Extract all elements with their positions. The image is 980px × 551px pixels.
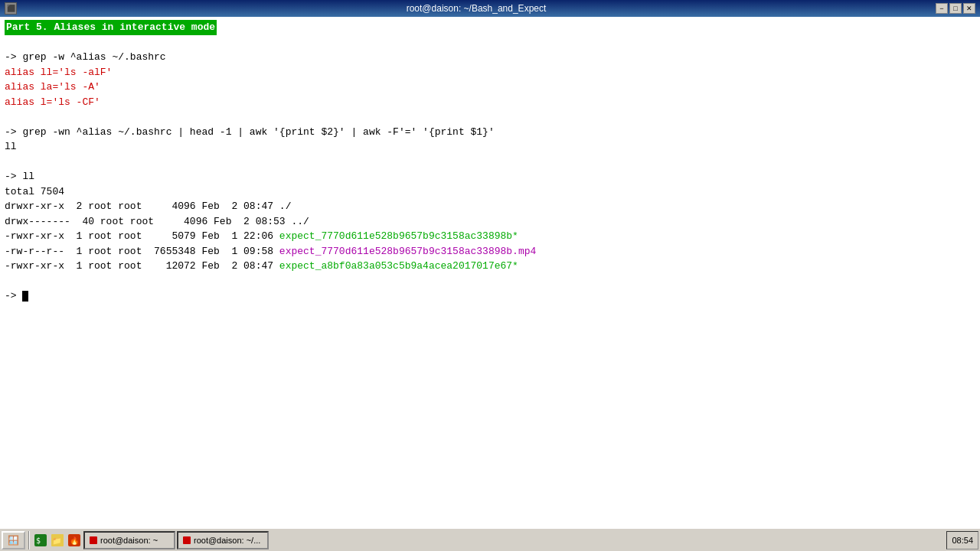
cmd-3: -> ll	[5, 171, 34, 182]
clock-time: 08:54	[952, 536, 973, 545]
taskbar-icon-3[interactable]: 🔥	[67, 533, 82, 548]
maximize-button[interactable]: □	[949, 3, 962, 14]
minimize-button[interactable]: −	[936, 3, 948, 14]
output-ll: ll	[5, 141, 17, 152]
start-icon: 🪟	[8, 535, 19, 546]
filename-3: expect_a8bf0a83a053c5b9a4acea2017017e67*	[279, 260, 518, 272]
taskbar-app-icon: $	[34, 534, 47, 546]
title-bar-controls: − □ ✕	[936, 3, 975, 14]
close-button[interactable]: ✕	[963, 3, 975, 14]
taskbar-separator	[28, 531, 30, 549]
title-bar: ⬛ root@daison: ~/Bash_and_Expect − □ ✕	[0, 0, 980, 17]
cursor	[22, 291, 28, 302]
cmd-2: -> grep -wn ^alias ~/.bashrc | head -1 |…	[5, 126, 495, 138]
taskbar-icon-1[interactable]: $	[33, 533, 48, 548]
svg-text:🔥: 🔥	[70, 536, 80, 546]
terminal-content: Part 5. Aliases in interactive mode -> g…	[5, 20, 975, 304]
filename-1: expect_7770d611e528b9657b9c3158ac33898b*	[279, 230, 518, 242]
terminal-area: Part 5. Aliases in interactive mode -> g…	[0, 17, 980, 528]
section-heading: Part 5. Aliases in interactive mode	[5, 20, 217, 35]
output-file1: -rwxr-xr-x 1 root root 5079 Feb 1 22:06 …	[5, 230, 518, 242]
taskbar-folder-icon: 📁	[51, 534, 64, 546]
title-bar-icon: ⬛	[5, 2, 17, 15]
output-total: total 7504	[5, 186, 64, 197]
title-bar-title: root@daison: ~/Bash_and_Expect	[17, 3, 936, 14]
output-dir2: drwx------- 40 root root 4096 Feb 2 08:5…	[5, 216, 309, 227]
taskbar-icon-2[interactable]: 📁	[50, 533, 65, 548]
terminal-prompt: ->	[5, 290, 28, 302]
cmd-1: -> grep -w ^alias ~/.bashrc	[5, 51, 166, 63]
output-file3: -rwxr-xr-x 1 root root 12072 Feb 2 08:47…	[5, 260, 518, 272]
taskbar-terminal-1[interactable]: root@daison: ~	[83, 531, 175, 549]
taskbar-terminal-2[interactable]: root@daison: ~/...	[177, 531, 269, 549]
taskbar-terminal-1-label: root@daison: ~	[100, 536, 158, 545]
start-button[interactable]: 🪟	[2, 531, 25, 549]
output-dir1: drwxr-xr-x 2 root root 4096 Feb 2 08:47 …	[5, 201, 291, 212]
filename-2: expect_7770d611e528b9657b9c3158ac33898b.…	[279, 246, 536, 257]
taskbar-btn-dot-2	[183, 536, 191, 544]
taskbar-clock: 08:54	[946, 531, 978, 549]
output-file2: -rw-r--r-- 1 root root 7655348 Feb 1 09:…	[5, 246, 536, 257]
svg-text:📁: 📁	[52, 536, 62, 546]
svg-text:$: $	[36, 536, 41, 545]
taskbar: 🪟 $ 📁 🔥 root@daison: ~ root@daison: ~/..…	[0, 528, 980, 551]
taskbar-fire-icon: 🔥	[68, 534, 80, 546]
taskbar-terminal-2-label: root@daison: ~/...	[194, 536, 260, 545]
alias-ll: alias ll='ls -alF'	[5, 67, 112, 78]
alias-l: alias l='ls -CF'	[5, 96, 100, 108]
taskbar-btn-dot-1	[90, 536, 97, 544]
alias-la: alias la='ls -A'	[5, 81, 100, 93]
